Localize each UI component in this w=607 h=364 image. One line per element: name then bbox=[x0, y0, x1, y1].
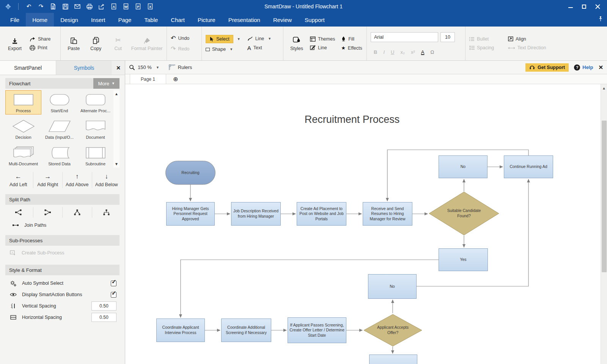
flowchart-node-continue-ad[interactable]: Continue Running Ad bbox=[504, 155, 553, 178]
fill-button[interactable]: Fill bbox=[341, 36, 362, 42]
flowchart-node-recruiting[interactable]: Recruiting bbox=[165, 161, 215, 185]
paste-button[interactable]: Paste bbox=[64, 36, 83, 51]
split-two-down-button[interactable] bbox=[63, 207, 92, 218]
menu-item-insert[interactable]: Insert bbox=[85, 13, 112, 27]
menu-item-picture[interactable]: Picture bbox=[191, 13, 222, 27]
flowchart-node-accepts-offer[interactable]: Applicant Accepts Offer? bbox=[363, 314, 422, 347]
flowchart-node-create-ad[interactable]: Create Ad Placement to Post on Website a… bbox=[297, 202, 346, 226]
flowchart-node-interview[interactable]: Coordinate Applicant Interview Process bbox=[156, 318, 205, 342]
join-paths-button[interactable]: Join Paths bbox=[12, 222, 125, 228]
save-icon[interactable] bbox=[62, 3, 69, 10]
menu-item-review[interactable]: Review bbox=[267, 13, 298, 27]
font-name-input[interactable] bbox=[371, 32, 438, 42]
align-button[interactable]: Align bbox=[508, 36, 546, 42]
flowchart-node-additional-screening[interactable]: Coordinate Additional Screening if Neces… bbox=[221, 318, 271, 342]
styles-button[interactable]: Styles bbox=[287, 36, 306, 51]
menu-item-presentation[interactable]: Presentation bbox=[222, 13, 267, 27]
themes-button[interactable]: Themes bbox=[310, 36, 335, 42]
export-button[interactable]: Export bbox=[4, 36, 26, 51]
symbol-multidoc[interactable]: Multi-Document bbox=[5, 143, 41, 168]
drawing-canvas[interactable]: Recruitment Process bbox=[125, 84, 601, 364]
menu-item-design[interactable]: Design bbox=[54, 13, 85, 27]
zoom-caret-icon[interactable]: ▼ bbox=[156, 66, 159, 69]
export-pdf-icon[interactable]: A bbox=[110, 3, 117, 10]
symbol-subroutine[interactable]: Subroutine bbox=[77, 143, 113, 168]
flowchart-node-no-bottom[interactable]: No bbox=[368, 274, 417, 299]
export-word-icon[interactable]: W bbox=[123, 3, 129, 10]
menu-item-file[interactable]: File bbox=[4, 13, 26, 27]
symbol-scrollbar[interactable]: ▲ ▼ bbox=[113, 90, 120, 168]
add-right-button[interactable]: →Add Right bbox=[33, 172, 63, 188]
flowchart-node-receive-resumes[interactable]: Receive and Send Resumes to Hiring Manag… bbox=[363, 202, 412, 226]
panel-close-icon[interactable]: ✕ bbox=[112, 61, 125, 75]
print-button[interactable]: Print bbox=[30, 45, 50, 50]
close-button[interactable] bbox=[595, 4, 600, 9]
shape-tool-button[interactable]: Shape ▼ bbox=[206, 47, 241, 52]
symbol-start[interactable]: Start/End bbox=[41, 90, 77, 115]
scroll-up-icon[interactable]: ▲ bbox=[115, 92, 118, 96]
menu-item-support[interactable]: Support bbox=[298, 13, 331, 27]
add-below-button[interactable]: ↓Add Below bbox=[92, 172, 121, 188]
symbol-process[interactable]: Process bbox=[5, 90, 41, 115]
new-document-icon[interactable] bbox=[50, 3, 57, 10]
canvas-close-icon[interactable]: ✕ bbox=[598, 64, 603, 71]
tab-smartpanel[interactable]: SmartPanel bbox=[0, 61, 56, 75]
rulers-toggle[interactable]: Rulers bbox=[168, 64, 192, 71]
split-two-left-button[interactable] bbox=[33, 207, 63, 218]
export-excel-icon[interactable]: X bbox=[147, 3, 154, 10]
canvas-scroll-thumb[interactable] bbox=[602, 121, 607, 272]
redo-icon[interactable]: ↷ bbox=[38, 3, 44, 10]
more-button[interactable]: More ▼ bbox=[93, 78, 120, 89]
share-button[interactable]: Share bbox=[30, 36, 50, 42]
font-color-button[interactable]: A bbox=[421, 49, 425, 55]
scroll-down-icon[interactable]: ▼ bbox=[115, 162, 118, 166]
symbol-data[interactable]: Data (Input/O... bbox=[41, 117, 77, 141]
line-tool-button[interactable]: Line ▼ bbox=[247, 36, 272, 41]
menu-item-table[interactable]: Table bbox=[138, 13, 164, 27]
copy-button[interactable]: Copy bbox=[86, 36, 105, 51]
flowchart-node-no-top[interactable]: No bbox=[439, 155, 487, 178]
flowchart-node-hiring-request[interactable]: Hiring Manager Gets Personnel Request Ap… bbox=[166, 202, 215, 226]
add-above-button[interactable]: ↑Add Above bbox=[63, 172, 92, 188]
shape-dropdown-caret[interactable]: ▼ bbox=[230, 47, 233, 51]
print-icon[interactable] bbox=[86, 3, 93, 10]
select-tool-button[interactable]: Select bbox=[206, 35, 233, 43]
export-share-icon[interactable] bbox=[98, 3, 105, 10]
text-tool-button[interactable]: A Text bbox=[247, 45, 272, 51]
auto-symbol-select-checkbox[interactable]: ✓ bbox=[111, 281, 116, 286]
symbol-document[interactable]: Document bbox=[77, 117, 113, 141]
font-size-input[interactable] bbox=[440, 32, 455, 42]
menu-item-home[interactable]: Home bbox=[26, 13, 54, 27]
minimize-button[interactable] bbox=[568, 5, 573, 8]
canvas-scroll-up-icon[interactable]: ▲ bbox=[601, 84, 607, 92]
tab-page-1[interactable]: Page 1 bbox=[130, 74, 166, 84]
get-support-button[interactable]: Get Support bbox=[525, 63, 569, 72]
symbol-decision[interactable]: Decision bbox=[5, 117, 41, 141]
export-powerpoint-icon[interactable]: P bbox=[135, 3, 142, 10]
menu-item-page[interactable]: Page bbox=[112, 13, 138, 27]
help-button[interactable]: ? Help bbox=[574, 64, 593, 71]
flowchart-node-yes[interactable]: Yes bbox=[439, 248, 488, 271]
flowchart-node-partial-bottom[interactable] bbox=[369, 355, 417, 364]
line-dropdown-caret[interactable]: ▼ bbox=[268, 37, 271, 41]
vertical-spacing-input[interactable] bbox=[91, 301, 116, 311]
select-dropdown-caret[interactable]: ▼ bbox=[237, 37, 241, 41]
symbol-alternate[interactable]: Alternate Proc... bbox=[77, 90, 113, 115]
pin-ribbon-icon[interactable] bbox=[598, 16, 603, 24]
email-icon[interactable] bbox=[74, 3, 81, 10]
add-page-button[interactable]: ⊕ bbox=[173, 75, 178, 83]
add-left-button[interactable]: ←Add Left bbox=[4, 172, 33, 188]
symbol-stored[interactable]: Stored Data bbox=[41, 143, 77, 168]
zoom-control[interactable]: 150 % ▼ bbox=[129, 64, 159, 71]
effects-button[interactable]: ★ Effects bbox=[341, 45, 362, 51]
display-smartaction-checkbox[interactable]: ✓ bbox=[111, 292, 116, 298]
split-two-right-button[interactable] bbox=[4, 207, 33, 218]
undo-button[interactable]: ↶ Undo bbox=[171, 35, 189, 42]
menu-item-chart[interactable]: Chart bbox=[164, 13, 191, 27]
flowchart-node-offer-letter[interactable]: If Applicant Passes Screening, Create Of… bbox=[288, 317, 346, 343]
tab-symbols[interactable]: Symbols bbox=[56, 61, 112, 75]
undo-icon[interactable]: ↶ bbox=[25, 3, 32, 10]
line-style-button[interactable]: Line bbox=[310, 45, 335, 50]
insert-symbol-button[interactable]: Ω bbox=[430, 49, 434, 55]
canvas-vertical-scrollbar[interactable]: ▲ bbox=[601, 84, 607, 364]
